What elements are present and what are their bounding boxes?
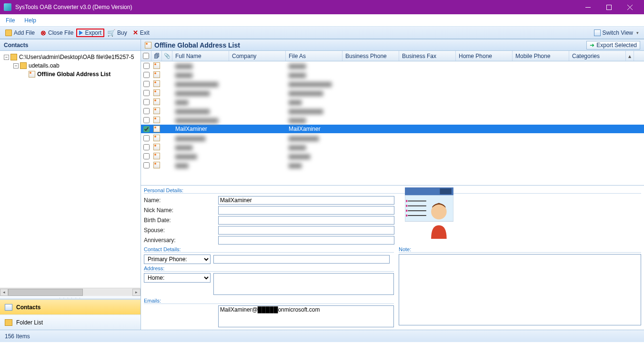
row-checkbox[interactable]: [143, 144, 150, 150]
cell-fileas: ▆▆▆: [286, 162, 342, 168]
table-row[interactable]: ▆▆▆▆▆▆▆▆: [141, 61, 644, 70]
cell-fileas: ▆▆▆▆▆▆▆▆: [286, 108, 342, 114]
tree-toggle[interactable]: −: [13, 63, 19, 69]
address-type-select[interactable]: Home:: [144, 273, 211, 283]
cell-fileas: ▆▆▆▆▆: [286, 153, 342, 159]
row-checkbox[interactable]: [143, 153, 150, 159]
export-selected-button[interactable]: ➜Export Selected: [586, 41, 640, 49]
svg-rect-14: [406, 215, 407, 216]
table-row[interactable]: ▆▆▆▆▆▆: [141, 98, 644, 107]
minimize-button[interactable]: [577, 0, 598, 14]
switch-view-dropdown[interactable]: Switch View: [591, 29, 642, 37]
phone-type-select[interactable]: Primary Phone:: [144, 255, 211, 264]
add-file-button[interactable]: Add File: [2, 29, 38, 37]
col-fullname[interactable]: Full Name: [172, 51, 229, 61]
svg-rect-1: [606, 5, 611, 10]
name-input[interactable]: [218, 196, 394, 205]
close-file-button[interactable]: ⊗Close File: [38, 28, 76, 38]
phone-input[interactable]: [213, 255, 390, 264]
table-row[interactable]: ▆▆▆▆▆▆▆▆▆▆▆▆▆▆▆▆▆▆▆▆: [141, 79, 644, 88]
table-row[interactable]: ▆▆▆▆▆▆: [141, 161, 644, 170]
row-checkbox[interactable]: [143, 162, 150, 168]
row-checkbox[interactable]: [143, 126, 150, 132]
col-homephone[interactable]: Home Phone: [456, 51, 513, 61]
col-fileas[interactable]: File As: [286, 51, 342, 61]
contact-icon: [153, 98, 160, 105]
cell-fullname: ▆▆▆▆▆▆▆▆▆▆: [172, 117, 229, 123]
row-checkbox[interactable]: [143, 117, 150, 123]
maximize-button[interactable]: [598, 0, 619, 14]
table-row[interactable]: ▆▆▆▆▆▆▆▆: [141, 143, 644, 152]
cell-fullname: ▆▆▆▆: [172, 144, 229, 150]
folder-open-icon: [5, 29, 12, 36]
icon-column[interactable]: 🗐: [151, 51, 162, 61]
tree-horizontal-scrollbar[interactable]: ◂ ▸: [0, 288, 141, 296]
col-company[interactable]: Company: [229, 51, 286, 61]
tree-root[interactable]: C:\Users\admin\Desktop\OAB file\9e1f5257…: [19, 54, 134, 60]
tree-file[interactable]: udetails.oab: [29, 62, 60, 69]
emails-legend: Emails:: [144, 298, 394, 304]
close-button[interactable]: [619, 0, 640, 14]
nav-folder-list[interactable]: Folder List: [0, 314, 141, 330]
anniv-input[interactable]: [218, 236, 394, 245]
scroll-thumb[interactable]: [8, 289, 83, 296]
col-busfax[interactable]: Business Fax: [399, 51, 456, 61]
folder-icon: [10, 54, 17, 60]
row-checkbox[interactable]: [143, 90, 150, 96]
table-row[interactable]: ▆▆▆▆▆▆▆▆▆▆▆▆▆▆▆▆: [141, 88, 644, 98]
attachment-column[interactable]: [162, 51, 172, 61]
nick-input[interactable]: [218, 206, 394, 215]
select-all-checkbox[interactable]: [143, 53, 149, 59]
exit-button[interactable]: ✕Exit: [130, 28, 152, 37]
col-mobile[interactable]: Mobile Phone: [513, 51, 569, 61]
emails-input[interactable]: MailXaminer@█████onmicrosoft.com: [218, 305, 394, 327]
note-input[interactable]: [399, 254, 641, 325]
details-pane: Personal Details: Name: Nick Name: Birth…: [141, 185, 644, 330]
menu-file[interactable]: File: [6, 17, 15, 24]
cell-fullname: ▆▆▆▆▆▆▆▆: [172, 89, 229, 96]
table-row[interactable]: ▆▆▆▆▆▆▆▆▆▆: [141, 152, 644, 161]
row-checkbox[interactable]: [143, 63, 150, 69]
birth-label: Birth Date:: [144, 217, 215, 224]
table-row[interactable]: ▆▆▆▆▆▆▆▆▆▆▆▆▆▆: [141, 134, 644, 143]
col-busphone[interactable]: Business Phone: [342, 51, 399, 61]
svg-rect-13: [406, 210, 407, 212]
tree-toggle[interactable]: −: [4, 55, 9, 60]
row-checkbox[interactable]: [143, 135, 150, 141]
switch-icon: [594, 29, 601, 36]
address-input[interactable]: [213, 273, 394, 295]
folder-tree[interactable]: −C:\Users\admin\Desktop\OAB file\9e1f525…: [0, 51, 141, 288]
nav-section: Contacts Folder List: [0, 299, 141, 330]
row-checkbox[interactable]: [143, 81, 150, 87]
tree-address-list[interactable]: Offline Global Address List: [37, 71, 111, 78]
contact-icon: [153, 135, 160, 141]
export-button[interactable]: Export: [76, 29, 104, 37]
col-categories[interactable]: Categories: [569, 51, 626, 61]
cell-fullname: ▆▆▆: [172, 98, 229, 105]
table-row[interactable]: ▆▆▆▆▆▆▆▆: [141, 70, 644, 79]
nav-contacts[interactable]: Contacts: [0, 299, 141, 314]
row-checkbox[interactable]: [143, 72, 150, 78]
table-row[interactable]: MailXaminerMailXaminer: [141, 125, 644, 134]
status-bar: 156 Items: [0, 330, 644, 342]
grid-body[interactable]: ▆▆▆▆▆▆▆▆▆▆▆▆▆▆▆▆▆▆▆▆▆▆▆▆▆▆▆▆▆▆▆▆▆▆▆▆▆▆▆▆…: [141, 61, 644, 185]
buy-button[interactable]: 🛒Buy: [104, 28, 130, 38]
row-checkbox[interactable]: [143, 99, 150, 105]
contact-icon: [153, 62, 160, 69]
table-row[interactable]: ▆▆▆▆▆▆▆▆▆▆▆▆▆▆: [141, 116, 644, 125]
table-row[interactable]: ▆▆▆▆▆▆▆▆▆▆▆▆▆▆▆▆: [141, 107, 644, 116]
address-list-icon: [29, 71, 35, 78]
spouse-input[interactable]: [218, 226, 394, 235]
birth-input[interactable]: [218, 216, 394, 225]
cell-fileas: ▆▆▆▆: [286, 117, 342, 123]
scroll-up-arrow[interactable]: ▴: [626, 51, 634, 61]
menu-help[interactable]: Help: [24, 17, 36, 24]
scroll-right-arrow[interactable]: ▸: [132, 289, 141, 296]
grid-title-bar: Offline Global Address List ➜Export Sele…: [141, 39, 644, 51]
cell-fullname: MailXaminer: [172, 126, 229, 132]
cell-fileas: ▆▆▆▆: [286, 62, 342, 69]
row-checkbox[interactable]: [143, 108, 150, 114]
cell-fullname: ▆▆▆▆▆▆▆▆▆▆: [172, 80, 229, 87]
scroll-left-arrow[interactable]: ◂: [0, 289, 8, 296]
main-area: Contacts −C:\Users\admin\Desktop\OAB fil…: [0, 39, 644, 330]
